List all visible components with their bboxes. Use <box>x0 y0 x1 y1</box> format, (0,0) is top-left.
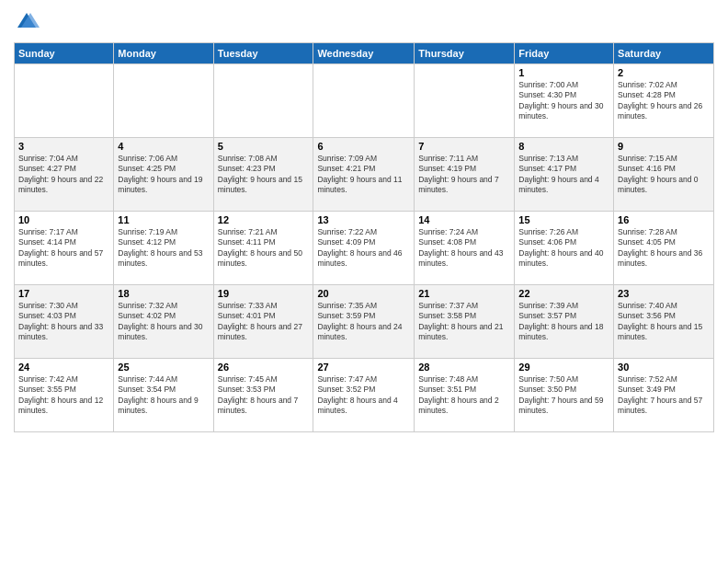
table-row <box>15 64 114 138</box>
table-row: 13Sunrise: 7:22 AM Sunset: 4:09 PM Dayli… <box>313 212 415 285</box>
table-row: 17Sunrise: 7:30 AM Sunset: 4:03 PM Dayli… <box>15 285 114 359</box>
table-row: 23Sunrise: 7:40 AM Sunset: 3:56 PM Dayli… <box>614 285 714 359</box>
day-info: Sunrise: 7:15 AM Sunset: 4:16 PM Dayligh… <box>618 154 710 196</box>
table-row: 15Sunrise: 7:26 AM Sunset: 4:06 PM Dayli… <box>515 212 614 285</box>
day-info: Sunrise: 7:50 AM Sunset: 3:50 PM Dayligh… <box>518 374 609 417</box>
day-info: Sunrise: 7:44 AM Sunset: 3:54 PM Dayligh… <box>118 374 209 417</box>
day-number: 22 <box>518 288 609 299</box>
day-number: 13 <box>317 214 410 225</box>
table-row: 24Sunrise: 7:42 AM Sunset: 3:55 PM Dayli… <box>15 359 114 432</box>
calendar-week-row: 3Sunrise: 7:04 AM Sunset: 4:27 PM Daylig… <box>15 138 714 212</box>
logo <box>14 9 43 35</box>
calendar-week-row: 10Sunrise: 7:17 AM Sunset: 4:14 PM Dayli… <box>15 212 714 285</box>
day-info: Sunrise: 7:21 AM Sunset: 4:11 PM Dayligh… <box>218 227 310 270</box>
day-info: Sunrise: 7:35 AM Sunset: 3:59 PM Dayligh… <box>317 301 410 343</box>
table-row: 30Sunrise: 7:52 AM Sunset: 3:49 PM Dayli… <box>614 359 714 432</box>
table-row: 25Sunrise: 7:44 AM Sunset: 3:54 PM Dayli… <box>114 359 213 432</box>
day-number: 5 <box>218 141 310 152</box>
day-number: 9 <box>618 141 710 152</box>
table-row: 27Sunrise: 7:47 AM Sunset: 3:52 PM Dayli… <box>313 359 415 432</box>
day-number: 11 <box>118 214 209 225</box>
col-saturday: Saturday <box>614 43 714 64</box>
header <box>14 9 714 35</box>
day-info: Sunrise: 7:09 AM Sunset: 4:21 PM Dayligh… <box>317 154 410 196</box>
table-row: 11Sunrise: 7:19 AM Sunset: 4:12 PM Dayli… <box>114 212 213 285</box>
day-number: 8 <box>518 141 609 152</box>
col-monday: Monday <box>114 43 213 64</box>
table-row <box>415 64 515 138</box>
table-row: 8Sunrise: 7:13 AM Sunset: 4:17 PM Daylig… <box>515 138 614 212</box>
day-info: Sunrise: 7:33 AM Sunset: 4:01 PM Dayligh… <box>218 301 310 343</box>
day-number: 17 <box>18 288 109 299</box>
day-number: 10 <box>18 214 109 225</box>
table-row: 18Sunrise: 7:32 AM Sunset: 4:02 PM Dayli… <box>114 285 213 359</box>
day-info: Sunrise: 7:08 AM Sunset: 4:23 PM Dayligh… <box>218 154 310 196</box>
day-info: Sunrise: 7:02 AM Sunset: 4:28 PM Dayligh… <box>618 80 710 122</box>
day-info: Sunrise: 7:48 AM Sunset: 3:51 PM Dayligh… <box>418 374 510 417</box>
table-row: 16Sunrise: 7:28 AM Sunset: 4:05 PM Dayli… <box>614 212 714 285</box>
day-info: Sunrise: 7:30 AM Sunset: 4:03 PM Dayligh… <box>18 301 109 343</box>
day-number: 18 <box>118 288 209 299</box>
col-sunday: Sunday <box>15 43 114 64</box>
day-info: Sunrise: 7:26 AM Sunset: 4:06 PM Dayligh… <box>518 227 609 270</box>
table-row: 29Sunrise: 7:50 AM Sunset: 3:50 PM Dayli… <box>515 359 614 432</box>
day-info: Sunrise: 7:32 AM Sunset: 4:02 PM Dayligh… <box>118 301 209 343</box>
calendar-week-row: 1Sunrise: 7:00 AM Sunset: 4:30 PM Daylig… <box>15 64 714 138</box>
table-row: 19Sunrise: 7:33 AM Sunset: 4:01 PM Dayli… <box>213 285 313 359</box>
day-info: Sunrise: 7:22 AM Sunset: 4:09 PM Dayligh… <box>317 227 410 270</box>
calendar-week-row: 17Sunrise: 7:30 AM Sunset: 4:03 PM Dayli… <box>15 285 714 359</box>
table-row: 28Sunrise: 7:48 AM Sunset: 3:51 PM Dayli… <box>415 359 515 432</box>
day-number: 25 <box>118 362 209 373</box>
day-info: Sunrise: 7:52 AM Sunset: 3:49 PM Dayligh… <box>618 374 710 417</box>
col-wednesday: Wednesday <box>313 43 415 64</box>
day-number: 14 <box>418 214 510 225</box>
table-row: 4Sunrise: 7:06 AM Sunset: 4:25 PM Daylig… <box>114 138 213 212</box>
day-info: Sunrise: 7:13 AM Sunset: 4:17 PM Dayligh… <box>518 154 609 196</box>
day-info: Sunrise: 7:19 AM Sunset: 4:12 PM Dayligh… <box>118 227 209 270</box>
day-info: Sunrise: 7:06 AM Sunset: 4:25 PM Dayligh… <box>118 154 209 196</box>
day-number: 12 <box>218 214 310 225</box>
day-number: 30 <box>618 362 710 373</box>
day-info: Sunrise: 7:11 AM Sunset: 4:19 PM Dayligh… <box>418 154 510 196</box>
table-row: 22Sunrise: 7:39 AM Sunset: 3:57 PM Dayli… <box>515 285 614 359</box>
day-number: 20 <box>317 288 410 299</box>
day-number: 6 <box>317 141 410 152</box>
day-number: 27 <box>317 362 410 373</box>
day-info: Sunrise: 7:37 AM Sunset: 3:58 PM Dayligh… <box>418 301 510 343</box>
day-number: 3 <box>18 141 109 152</box>
table-row: 9Sunrise: 7:15 AM Sunset: 4:16 PM Daylig… <box>614 138 714 212</box>
day-info: Sunrise: 7:24 AM Sunset: 4:08 PM Dayligh… <box>418 227 510 270</box>
table-row: 26Sunrise: 7:45 AM Sunset: 3:53 PM Dayli… <box>213 359 313 432</box>
day-info: Sunrise: 7:40 AM Sunset: 3:56 PM Dayligh… <box>618 301 710 343</box>
table-row: 12Sunrise: 7:21 AM Sunset: 4:11 PM Dayli… <box>213 212 313 285</box>
table-row: 14Sunrise: 7:24 AM Sunset: 4:08 PM Dayli… <box>415 212 515 285</box>
day-number: 2 <box>618 67 710 78</box>
col-friday: Friday <box>515 43 614 64</box>
day-info: Sunrise: 7:39 AM Sunset: 3:57 PM Dayligh… <box>518 301 609 343</box>
day-number: 4 <box>118 141 209 152</box>
table-row: 20Sunrise: 7:35 AM Sunset: 3:59 PM Dayli… <box>313 285 415 359</box>
day-info: Sunrise: 7:28 AM Sunset: 4:05 PM Dayligh… <box>618 227 710 270</box>
calendar-header-row: Sunday Monday Tuesday Wednesday Thursday… <box>15 43 714 64</box>
day-number: 21 <box>418 288 510 299</box>
table-row: 6Sunrise: 7:09 AM Sunset: 4:21 PM Daylig… <box>313 138 415 212</box>
col-thursday: Thursday <box>415 43 515 64</box>
logo-icon <box>14 9 40 35</box>
day-number: 23 <box>618 288 710 299</box>
day-number: 29 <box>518 362 609 373</box>
day-number: 28 <box>418 362 510 373</box>
table-row: 3Sunrise: 7:04 AM Sunset: 4:27 PM Daylig… <box>15 138 114 212</box>
table-row: 21Sunrise: 7:37 AM Sunset: 3:58 PM Dayli… <box>415 285 515 359</box>
table-row: 7Sunrise: 7:11 AM Sunset: 4:19 PM Daylig… <box>415 138 515 212</box>
day-info: Sunrise: 7:04 AM Sunset: 4:27 PM Dayligh… <box>18 154 109 196</box>
day-number: 26 <box>218 362 310 373</box>
calendar-table: Sunday Monday Tuesday Wednesday Thursday… <box>14 42 714 432</box>
day-info: Sunrise: 7:00 AM Sunset: 4:30 PM Dayligh… <box>518 80 609 122</box>
day-number: 19 <box>218 288 310 299</box>
table-row: 2Sunrise: 7:02 AM Sunset: 4:28 PM Daylig… <box>614 64 714 138</box>
table-row <box>313 64 415 138</box>
day-number: 1 <box>518 67 609 78</box>
table-row: 5Sunrise: 7:08 AM Sunset: 4:23 PM Daylig… <box>213 138 313 212</box>
table-row <box>213 64 313 138</box>
day-number: 24 <box>18 362 109 373</box>
